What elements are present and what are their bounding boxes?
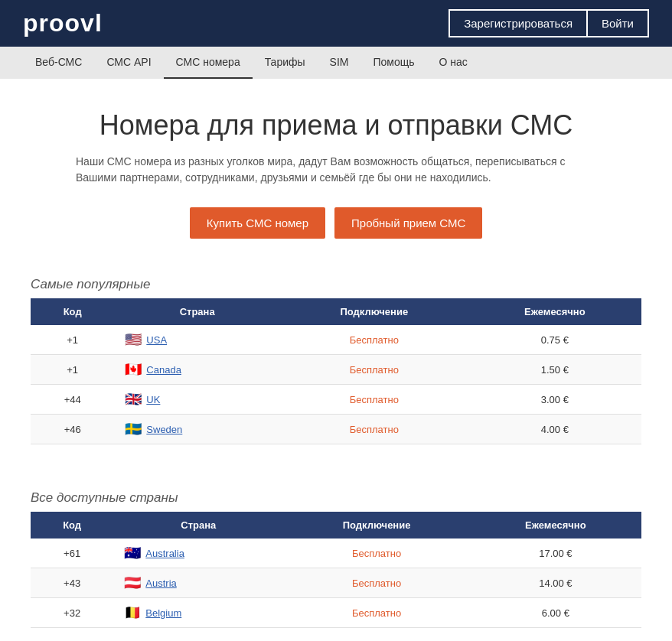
country-link[interactable]: Australia [145, 548, 184, 559]
flag-icon: 🇨🇦 [125, 363, 142, 376]
cell-code: +43 [31, 568, 113, 598]
table-row: +1 🇺🇸 USA Бесплатно 0.75 € [31, 325, 641, 355]
hero-buttons: Купить СМС номер Пробный прием СМС [46, 207, 626, 239]
table-row: +46 🇸🇪 Sweden Бесплатно 4.00 € [31, 415, 641, 444]
cell-connection: Бесплатно [283, 598, 469, 628]
col-code-all: Код [31, 512, 113, 539]
country-link[interactable]: Austria [145, 578, 176, 589]
table-row: +44 🇬🇧 UK Бесплатно 3.00 € [31, 385, 641, 415]
flag-icon: 🇬🇧 [125, 392, 142, 406]
cell-connection: Бесплатно [280, 415, 468, 444]
flag-icon: 🇦🇹 [124, 576, 141, 590]
hero-title: Номера для приема и отправки СМС [46, 109, 626, 142]
col-country-popular: Страна [114, 298, 280, 325]
cell-connection: Бесплатно [283, 539, 469, 568]
cell-code: +61 [31, 539, 113, 568]
country-link[interactable]: Canada [146, 364, 181, 376]
col-country-all: Страна [113, 512, 283, 539]
cell-code: +32 [31, 598, 113, 628]
cell-code: +44 [31, 385, 114, 415]
popular-section: Самые популярные Код Страна Подключение … [0, 262, 672, 475]
trial-sms-button[interactable]: Пробный прием СМС [334, 207, 482, 239]
cell-connection: Бесплатно [280, 325, 468, 355]
cell-connection: Бесплатно [283, 568, 469, 598]
flag-icon: 🇸🇪 [125, 422, 142, 436]
cell-monthly: 17.00 € [470, 539, 641, 568]
nav-sms-api[interactable]: СМС API [94, 47, 163, 79]
table-row: +1 🇨🇦 Canada Бесплатно 1.50 € [31, 355, 641, 385]
all-table: Код Страна Подключение Ежемесячно +61 🇦🇺… [31, 512, 641, 628]
hero-description: Наши СМС номера из разных уголков мира, … [76, 154, 596, 186]
buy-sms-button[interactable]: Купить СМС номер [190, 207, 325, 239]
cell-monthly: 3.00 € [468, 385, 641, 415]
header-buttons: Зарегистрироваться Войти [449, 9, 649, 37]
cell-country: 🇬🇧 UK [114, 385, 280, 415]
nav-sim[interactable]: SIM [318, 47, 361, 79]
cell-code: +1 [31, 355, 114, 385]
register-button[interactable]: Зарегистрироваться [449, 9, 586, 37]
all-table-header: Код Страна Подключение Ежемесячно [31, 512, 641, 539]
table-row: +61 🇦🇺 Australia Бесплатно 17.00 € [31, 539, 641, 568]
logo: proovl [23, 9, 103, 37]
cell-monthly: 0.75 € [468, 325, 641, 355]
cell-country: 🇧🇪 Belgium [113, 598, 283, 628]
col-monthly-all: Ежемесячно [470, 512, 641, 539]
country-link[interactable]: Sweden [146, 424, 182, 435]
country-link[interactable]: USA [146, 334, 167, 346]
flag-icon: 🇦🇺 [124, 546, 141, 560]
flag-icon: 🇺🇸 [125, 333, 142, 347]
nav-sms-numbers[interactable]: СМС номера [164, 47, 253, 79]
cell-country: 🇸🇪 Sweden [114, 415, 280, 444]
popular-table: Код Страна Подключение Ежемесячно +1 🇺🇸 … [31, 298, 641, 444]
country-link[interactable]: Belgium [145, 607, 181, 619]
table-row: +43 🇦🇹 Austria Бесплатно 14.00 € [31, 568, 641, 598]
cell-country: 🇨🇦 Canada [114, 355, 280, 385]
col-connection-all: Подключение [283, 512, 469, 539]
table-row: +32 🇧🇪 Belgium Бесплатно 6.00 € [31, 598, 641, 628]
nav-about[interactable]: О нас [427, 47, 480, 79]
popular-title: Самые популярные [31, 277, 641, 292]
main-nav: Веб-СМС СМС API СМС номера Тарифы SIM По… [0, 47, 672, 79]
cell-monthly: 14.00 € [470, 568, 641, 598]
cell-code: +46 [31, 415, 114, 444]
cell-monthly: 4.00 € [468, 415, 641, 444]
col-code-popular: Код [31, 298, 114, 325]
nav-tariffs[interactable]: Тарифы [253, 47, 318, 79]
flag-icon: 🇧🇪 [124, 606, 141, 620]
cell-monthly: 1.50 € [468, 355, 641, 385]
all-section: Все доступные страны Код Страна Подключе… [0, 475, 672, 641]
cell-connection: Бесплатно [280, 385, 468, 415]
nav-web-sms[interactable]: Веб-СМС [23, 47, 94, 79]
cell-country: 🇺🇸 USA [114, 325, 280, 355]
popular-table-header: Код Страна Подключение Ежемесячно [31, 298, 641, 325]
hero-section: Номера для приема и отправки СМС Наши СМ… [0, 79, 672, 262]
col-connection-popular: Подключение [280, 298, 468, 325]
all-title: Все доступные страны [31, 490, 641, 506]
col-monthly-popular: Ежемесячно [468, 298, 641, 325]
cell-country: 🇦🇹 Austria [113, 568, 283, 598]
cell-country: 🇦🇺 Australia [113, 539, 283, 568]
cell-code: +1 [31, 325, 114, 355]
cell-monthly: 6.00 € [470, 598, 641, 628]
country-link[interactable]: UK [146, 394, 160, 405]
nav-help[interactable]: Помощь [360, 47, 426, 79]
login-button[interactable]: Войти [586, 9, 649, 37]
header: proovl Зарегистрироваться Войти [0, 0, 672, 47]
cell-connection: Бесплатно [280, 355, 468, 385]
